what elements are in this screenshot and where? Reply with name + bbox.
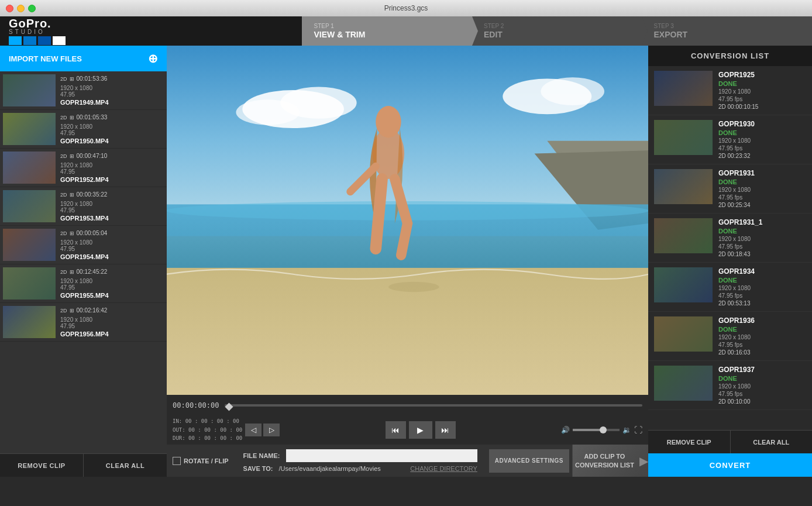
add-clip-arrow-icon: ▶	[639, 454, 648, 468]
volume-slider[interactable]	[573, 429, 620, 431]
conversion-fps: 47.95 fps	[718, 96, 806, 102]
conversion-name: GOPR1930	[718, 120, 806, 128]
step-1-label: VIEW & TRIM	[314, 30, 365, 39]
right-clear-all-button[interactable]: CLEAR ALL	[731, 430, 813, 453]
trim-in-button[interactable]: ◁	[245, 424, 262, 436]
fullscreen-button[interactable]: ⛶	[634, 425, 642, 435]
out-value: 00 : 00 : 00 : 00	[188, 427, 242, 433]
conversion-info: GOPR1936 DONE 1920 x 1080 47.95 fps 2D 0…	[718, 316, 806, 356]
conversion-item[interactable]: GOPR1936 DONE 1920 x 1080 47.95 fps 2D 0…	[648, 312, 812, 361]
app-logo: GoPro. STUDIO	[0, 16, 135, 46]
conversion-fps: 47.95 fps	[718, 292, 806, 299]
main-layout: IMPORT NEW FILES ⊕ 2D ⊞ 00:01:53:36 1920…	[0, 46, 812, 477]
conversion-duration: 2D 00:00:10:15	[718, 104, 806, 110]
logo-sub: STUDIO	[9, 29, 66, 35]
clip-fps: 47.95	[60, 246, 159, 252]
conversion-item[interactable]: GOPR1937 DONE 1920 x 1080 47.95 fps 2D 0…	[648, 361, 812, 410]
conversion-info: GOPR1930 DONE 1920 x 1080 47.95 fps 2D 0…	[718, 120, 806, 159]
rotate-flip-area[interactable]: ROTATE / FLIP	[173, 457, 229, 465]
conversion-thumbnail	[654, 169, 713, 204]
conversion-item[interactable]: GOPR1930 DONE 1920 x 1080 47.95 fps 2D 0…	[648, 115, 812, 164]
add-clip-label: ADD CLIP TO CONVERSION LIST	[573, 452, 636, 469]
rewind-button[interactable]: ⏮	[386, 421, 406, 439]
convert-button[interactable]: CONVERT	[648, 453, 812, 477]
clip-item[interactable]: 2D ⊞ 00:02:16:42 1920 x 1080 47.95 GOPR1…	[0, 303, 167, 342]
maximize-button[interactable]	[28, 5, 36, 12]
clip-badge-2d: 2D	[60, 153, 67, 159]
playhead[interactable]	[225, 402, 233, 411]
conversion-resolution: 1920 x 1080	[718, 88, 806, 95]
conversion-item[interactable]: GOPR1934 DONE 1920 x 1080 47.95 fps 2D 0…	[648, 263, 812, 312]
minimize-button[interactable]	[17, 5, 25, 12]
clip-resolution: 1920 x 1080	[60, 316, 159, 323]
close-button[interactable]	[6, 5, 13, 12]
clip-duration: 00:01:05:33	[77, 114, 108, 121]
conversion-resolution: 1920 x 1080	[718, 334, 806, 340]
clip-badge-cam: ⊞	[70, 192, 74, 198]
clip-item[interactable]: 2D ⊞ 00:01:05:33 1920 x 1080 47.95 GOPR1…	[0, 110, 167, 149]
clip-item[interactable]: 2D ⊞ 00:00:47:10 1920 x 1080 47.95 GOPR1…	[0, 149, 167, 187]
right-panel: CONVERSION LIST GOPR1925 DONE 1920 x 108…	[648, 46, 812, 477]
volume-thumb[interactable]	[600, 426, 607, 433]
conversion-info: GOPR1931 DONE 1920 x 1080 47.95 fps 2D 0…	[718, 169, 806, 208]
import-button[interactable]: IMPORT NEW FILES ⊕	[0, 46, 167, 71]
clip-item[interactable]: 2D ⊞ 00:00:35:22 1920 x 1080 47.95 GOPR1…	[0, 187, 167, 226]
sidebar-bottom: REMOVE CLIP CLEAR ALL	[0, 453, 167, 477]
remove-clip-button[interactable]: REMOVE CLIP	[0, 453, 84, 477]
timeline-bar[interactable]	[225, 404, 642, 407]
conversion-name: GOPR1936	[718, 316, 806, 325]
clear-all-button[interactable]: CLEAR ALL	[84, 453, 167, 477]
conversion-duration: 2D 00:53:13	[718, 300, 806, 307]
clip-resolution: 1920 x 1080	[60, 201, 159, 207]
play-button[interactable]: ▶	[409, 421, 432, 439]
conversion-fps: 47.95 fps	[718, 194, 806, 201]
right-panel-bottom: REMOVE CLIP CLEAR ALL	[648, 430, 812, 453]
clip-item[interactable]: 2D ⊞ 00:01:53:36 1920 x 1080 47.95 GOPR1…	[0, 71, 167, 110]
conversion-duration: 2D 00:25:34	[718, 202, 806, 208]
change-directory-button[interactable]: CHANGE DIRECTORY	[410, 465, 477, 472]
clip-metadata: 2D ⊞ 00:02:16:42 1920 x 1080 47.95 GOPR1…	[56, 307, 164, 338]
conversion-info: GOPR1925 DONE 1920 x 1080 47.95 fps 2D 0…	[718, 71, 806, 110]
file-name-input[interactable]	[286, 449, 477, 462]
clip-badge-2d: 2D	[60, 115, 67, 121]
conversion-item[interactable]: GOPR1931 DONE 1920 x 1080 47.95 fps 2D 0…	[648, 164, 812, 214]
conversion-item[interactable]: GOPR1925 DONE 1920 x 1080 47.95 fps 2D 0…	[648, 66, 812, 115]
video-player[interactable]	[167, 46, 648, 395]
conversion-duration: 2D 00:18:43	[718, 251, 806, 257]
conversion-fps: 47.95 fps	[718, 391, 806, 397]
clip-duration: 00:00:05:04	[77, 230, 108, 236]
conversion-name: GOPR1931_1	[718, 218, 806, 226]
conversion-thumbnail	[654, 267, 713, 302]
clip-filename: GOPR1949.MP4	[60, 99, 159, 106]
conversion-info: GOPR1937 DONE 1920 x 1080 47.95 fps 2D 0…	[718, 366, 806, 405]
clip-resolution: 1920 x 1080	[60, 123, 159, 130]
clip-item[interactable]: 2D ⊞ 00:00:05:04 1920 x 1080 47.95 GOPR1…	[0, 226, 167, 264]
step-3[interactable]: STEP 3 EXPORT	[642, 16, 812, 46]
clip-filename: GOPR1955.MP4	[60, 292, 159, 299]
clip-badge-cam: ⊞	[70, 115, 74, 121]
step-2[interactable]: STEP 2 EDIT	[472, 16, 642, 46]
step-1[interactable]: STEP 1 VIEW & TRIM	[302, 16, 472, 46]
conversion-item[interactable]: GOPR1931_1 DONE 1920 x 1080 47.95 fps 2D…	[648, 214, 812, 263]
step-2-label: EDIT	[484, 30, 503, 39]
right-remove-clip-button[interactable]: REMOVE CLIP	[648, 430, 731, 453]
clip-thumbnail	[3, 190, 56, 222]
advanced-settings-button[interactable]: ADVANCED SETTINGS	[489, 449, 569, 473]
add-clip-button[interactable]: ADD CLIP TO CONVERSION LIST ▶	[572, 445, 648, 477]
logo-box-2	[23, 36, 36, 45]
window-controls[interactable]	[6, 5, 36, 12]
rotate-flip-checkbox[interactable]	[173, 457, 181, 465]
svg-point-12	[376, 106, 401, 137]
sidebar: IMPORT NEW FILES ⊕ 2D ⊞ 00:01:53:36 1920…	[0, 46, 167, 477]
conversion-status: DONE	[718, 228, 806, 235]
conversion-resolution: 1920 x 1080	[718, 137, 806, 144]
clip-item[interactable]: 2D ⊞ 00:12:45:22 1920 x 1080 47.95 GOPR1…	[0, 264, 167, 303]
svg-point-13	[388, 282, 439, 292]
conversion-resolution: 1920 x 1080	[718, 236, 806, 242]
forward-button[interactable]: ⏭	[435, 421, 456, 439]
clip-metadata: 2D ⊞ 00:00:47:10 1920 x 1080 47.95 GOPR1…	[56, 153, 164, 183]
trim-out-button[interactable]: ▷	[263, 424, 280, 436]
conversion-info: GOPR1931_1 DONE 1920 x 1080 47.95 fps 2D…	[718, 218, 806, 257]
timeline-area: 00:00:00:00	[167, 395, 648, 415]
clip-thumbnail	[3, 267, 56, 300]
